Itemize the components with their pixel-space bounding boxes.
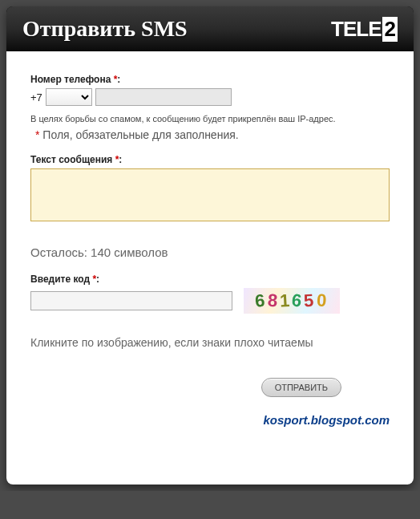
spam-note: В целях борьбы со спамом, к сообщению бу…: [30, 114, 390, 124]
phone-input[interactable]: [95, 88, 232, 106]
sms-panel: Отправить SMS TELE2 Номер телефона *: +7…: [6, 6, 414, 485]
phone-row: +7: [30, 88, 390, 106]
tele2-logo: TELE2: [331, 17, 398, 42]
chars-remaining: Осталось: 140 символов: [30, 245, 390, 259]
footer-link[interactable]: kosport.blogspot.com: [30, 413, 390, 427]
captcha-hint: Кликните по изображению, если знаки плох…: [30, 336, 390, 349]
message-label: Текст сообщения *:: [30, 154, 390, 165]
captcha-image[interactable]: 681650: [244, 288, 340, 314]
required-note: * Поля, обязательные для заполнения.: [35, 128, 390, 141]
region-select[interactable]: [46, 88, 92, 106]
captcha-label: Введите код *:: [30, 274, 390, 285]
captcha-row: 681650: [30, 288, 390, 314]
phone-prefix: +7: [30, 91, 42, 103]
page-title: Отправить SMS: [22, 16, 188, 42]
captcha-input[interactable]: [30, 291, 232, 310]
submit-row: ОТПРАВИТЬ: [30, 378, 390, 397]
message-textarea[interactable]: [30, 168, 390, 221]
header: Отправить SMS TELE2: [6, 6, 414, 51]
submit-button[interactable]: ОТПРАВИТЬ: [261, 378, 341, 397]
phone-label: Номер телефона *:: [30, 74, 390, 85]
form-content: Номер телефона *: +7 В целях борьбы со с…: [6, 51, 414, 485]
